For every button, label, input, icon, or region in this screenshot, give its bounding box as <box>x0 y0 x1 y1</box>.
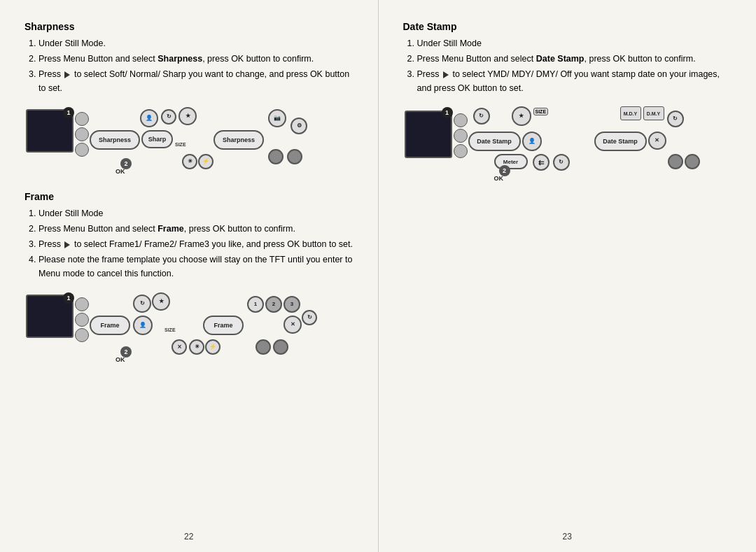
sharpness-diagram: 1 Sharpness 👤 ↻ ★ Sharp SIZE Sharpness � <box>24 104 354 177</box>
frame-step-2: Press Menu Button and select Frame, pres… <box>38 222 354 236</box>
ok-label-d: OK <box>494 175 504 182</box>
badge-f1: 1 <box>63 292 74 304</box>
circle-icon-1 <box>268 149 284 164</box>
page-number-left: 22 <box>24 532 354 542</box>
cam-icon-f2 <box>75 313 89 327</box>
page-number-right: 23 <box>403 532 732 542</box>
sharpness-menu-pill-2: Sharpness <box>214 130 264 150</box>
frame-step-3: Press to select Frame1/ Frame2/ Frame3 y… <box>38 237 354 251</box>
sharpness-step-1: Under Still Mode. <box>38 36 354 50</box>
frame-section: Frame Under Still Mode Press Menu Button… <box>24 191 354 369</box>
rotate-icon-d3: ↻ <box>553 154 570 171</box>
dots-icon-f: ⨯ <box>172 339 187 355</box>
arrow-icon-2 <box>64 241 70 248</box>
cam-icon-1 <box>75 112 89 126</box>
cam-icon-d1 <box>454 113 468 127</box>
mdy-badge: M.D.Y <box>620 106 641 120</box>
meter-pill: Meter <box>494 154 528 169</box>
size-label-f: SIZE <box>164 327 176 332</box>
arrow-icon-d <box>443 71 449 78</box>
frame2-icon: 2 <box>265 296 282 313</box>
frame-menu-pill: Frame <box>90 316 130 335</box>
cam-icon-f3 <box>75 328 89 342</box>
frame-menu-pill-2: Frame <box>203 316 244 335</box>
star-icon-f: ★ <box>152 292 170 311</box>
x-icon-d: ✕ <box>648 132 666 150</box>
frame-title: Frame <box>24 191 354 202</box>
sun-icon-f: ☀ <box>189 339 204 355</box>
arrow-icon-d2: ⇇ <box>533 154 550 171</box>
sharp-pill: Sharp <box>141 130 173 148</box>
cam-icon-d3 <box>454 144 468 158</box>
sharpness-menu-pill: Sharpness <box>90 130 140 150</box>
sharpness-step-2: Press Menu Button and select Sharpness, … <box>38 52 354 66</box>
person-icon: 👤 <box>140 109 158 127</box>
frame-instructions: Under Still Mode Press Menu Button and s… <box>24 206 354 281</box>
photo-icon-r: 📷 <box>268 109 286 127</box>
frame-step-1: Under Still Mode <box>38 206 354 220</box>
rotate-icon-f2: ↻ <box>302 310 317 325</box>
sharpness-instructions: Under Still Mode. Press Menu Button and … <box>24 36 354 95</box>
dmy-badge: D.M.Y <box>643 106 664 120</box>
date-step-2: Press Menu Button and select Date Stamp,… <box>417 52 732 66</box>
date-stamp-pill-2: Date Stamp <box>594 132 647 151</box>
date-stamp-diagram: 1 ↻ ★ SIZE Date Stamp 👤 Meter M.D.Y D.M. <box>403 104 732 187</box>
page-right: Date Stamp Under Still Mode Press Menu B… <box>379 0 757 552</box>
cam-icon-2 <box>75 127 89 141</box>
circle-f-1 <box>255 339 271 355</box>
circle-f-2 <box>273 339 288 355</box>
settings-icon: ⚙ <box>290 118 307 134</box>
badge-1: 1 <box>63 107 74 118</box>
circle-icon-2 <box>287 149 302 164</box>
flash-icon: ⚡ <box>198 154 214 169</box>
rotate-icon-f: ↻ <box>133 295 151 313</box>
badge-d1: 1 <box>442 107 453 118</box>
cam-icon-d2 <box>454 129 468 143</box>
date-step-3: Press to select YMD/ MDY/ DMY/ Off you w… <box>417 67 732 95</box>
cam-icon-f1 <box>75 297 89 311</box>
frame1-icon: 1 <box>247 296 264 313</box>
star-icon: ★ <box>178 107 197 125</box>
frame3-icon: 3 <box>284 296 300 313</box>
size-label-d: SIZE <box>533 108 549 115</box>
date-stamp-section: Date Stamp Under Still Mode Press Menu B… <box>403 21 732 187</box>
size-label-1: SIZE <box>175 142 186 147</box>
circle-d-1 <box>668 154 683 169</box>
ok-label-f: OK <box>115 356 125 363</box>
date-stamp-title: Date Stamp <box>403 21 732 32</box>
date-step-1: Under Still Mode <box>417 36 732 50</box>
ok-label-1: OK <box>115 168 125 175</box>
date-stamp-instructions: Under Still Mode Press Menu Button and s… <box>403 36 732 95</box>
sun-icon: ☀ <box>182 154 197 169</box>
person-icon-f: 👤 <box>133 316 153 335</box>
rotate-icon: ↻ <box>161 109 176 125</box>
flash-icon-f: ⚡ <box>205 339 220 355</box>
person-icon-d: 👤 <box>522 132 542 151</box>
star-icon-d: ★ <box>512 106 531 126</box>
sharpness-section: Sharpness Under Still Mode. Press Menu B… <box>24 21 354 177</box>
cam-icon-3 <box>75 143 89 157</box>
rotate-icon-d: ↻ <box>473 108 490 125</box>
arrow-icon <box>64 71 70 78</box>
x-icon-f: ✕ <box>284 316 302 334</box>
page-left: Sharpness Under Still Mode. Press Menu B… <box>0 0 379 552</box>
date-stamp-pill: Date Stamp <box>468 132 521 151</box>
book-spread: Sharpness Under Still Mode. Press Menu B… <box>0 0 756 552</box>
circle-d-2 <box>685 154 700 169</box>
frame-step-4: Please note the frame template you choos… <box>38 253 354 281</box>
rotate-icon-d2: ↻ <box>667 111 684 127</box>
sharpness-title: Sharpness <box>24 21 354 32</box>
sharpness-step-3: Press to select Soft/ Normal/ Sharp you … <box>38 67 354 95</box>
frame-diagram: 1 Frame ↻ ★ SIZE 👤 Frame 1 2 3 <box>24 289 354 369</box>
